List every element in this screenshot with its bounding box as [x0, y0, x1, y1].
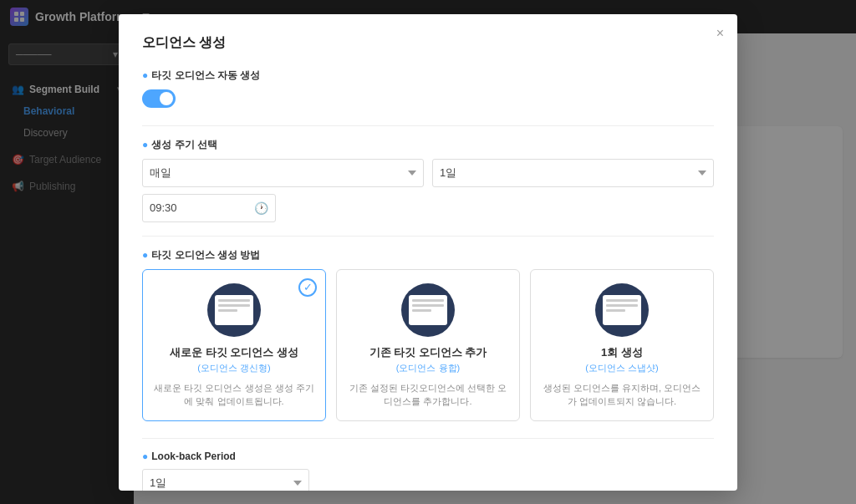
- time-value: 09:30: [150, 201, 177, 214]
- modal-close-button[interactable]: ×: [716, 26, 724, 41]
- method1-check-icon: ✓: [298, 278, 317, 297]
- method3-name: 1회 생성: [541, 345, 703, 360]
- method2-desc: 기존 설정된 타깃오디언스에 선택한 오디언스를 추가합니다.: [347, 381, 509, 409]
- icon-line-short: [412, 309, 431, 312]
- lookback-section: ● Look-back Period 1일 7일 14일 30일 * Look-…: [142, 451, 714, 491]
- modal-title: 오디언스 생성: [142, 34, 714, 52]
- auto-generate-label: ● 타깃 오디언스 자동 생성: [142, 69, 714, 83]
- method3-sub: (오디언스 스냅샷): [541, 362, 703, 374]
- day-select[interactable]: 1일 2일 3일 7일: [432, 159, 714, 187]
- method-card-2[interactable]: 기존 타깃 오디언스 추가 (오디언스 융합) 기존 설정된 타깃오디언스에 선…: [336, 269, 520, 421]
- clock-icon: 🕐: [254, 201, 268, 215]
- method2-icon: [401, 283, 455, 337]
- icon-line: [606, 299, 638, 302]
- method-section: ● 타깃 오디언스 생성 방법 ✓: [142, 248, 714, 421]
- divider3: [142, 438, 714, 439]
- method-cards-row: ✓ 새로운 타깃 오디언스 생성 (오디언스 갱신형) 새로운 타깃 오디언스 …: [142, 269, 714, 421]
- method3-icon: [595, 283, 649, 337]
- modal: 오디언스 생성 × ● 타깃 오디언스 자동 생성 ● 생성 주기 선택: [119, 14, 737, 491]
- period-select[interactable]: 매일 매주 매월: [142, 159, 424, 187]
- icon-line: [412, 299, 444, 302]
- method1-name: 새로운 타깃 오디언스 생성: [153, 345, 315, 360]
- icon-line: [218, 304, 250, 307]
- method-label: ● 타깃 오디언스 생성 방법: [142, 248, 714, 262]
- icon-line-short: [218, 309, 237, 312]
- divider2: [142, 236, 714, 237]
- period-label: ● 생성 주기 선택: [142, 138, 714, 152]
- modal-overlay: 오디언스 생성 × ● 타깃 오디언스 자동 생성 ● 생성 주기 선택: [0, 0, 856, 504]
- method1-desc: 새로운 타깃 오디언스 생성은 생성 주기에 맞춰 업데이트됩니다.: [153, 381, 315, 409]
- auto-generate-section: ● 타깃 오디언스 자동 생성: [142, 69, 714, 110]
- method1-sub: (오디언스 갱신형): [153, 362, 315, 374]
- method2-name: 기존 타깃 오디언스 추가: [347, 345, 509, 360]
- lookback-label: ● Look-back Period: [142, 451, 714, 462]
- period-section: ● 생성 주기 선택 매일 매주 매월 1일 2일 3일 7일: [142, 138, 714, 222]
- method1-icon: [207, 283, 261, 337]
- icon-line: [412, 304, 444, 307]
- method-card-3[interactable]: 1회 생성 (오디언스 스냅샷) 생성된 오디언스를 유지하며, 오디언스가 업…: [530, 269, 714, 421]
- method-card-1[interactable]: ✓ 새로운 타깃 오디언스 생성 (오디언스 갱신형) 새로운 타깃 오디언스 …: [142, 269, 326, 421]
- divider1: [142, 125, 714, 126]
- auto-generate-toggle[interactable]: [142, 89, 176, 108]
- icon-line: [606, 304, 638, 307]
- lookback-select[interactable]: 1일 7일 14일 30일: [142, 469, 309, 491]
- method3-desc: 생성된 오디언스를 유지하며, 오디언스가 업데이트되지 않습니다.: [541, 381, 703, 409]
- period-row: 매일 매주 매월 1일 2일 3일 7일: [142, 159, 714, 187]
- icon-line: [218, 299, 250, 302]
- time-input[interactable]: 09:30 🕐: [142, 194, 276, 222]
- icon-line-short: [606, 309, 625, 312]
- method2-sub: (오디언스 융합): [347, 362, 509, 374]
